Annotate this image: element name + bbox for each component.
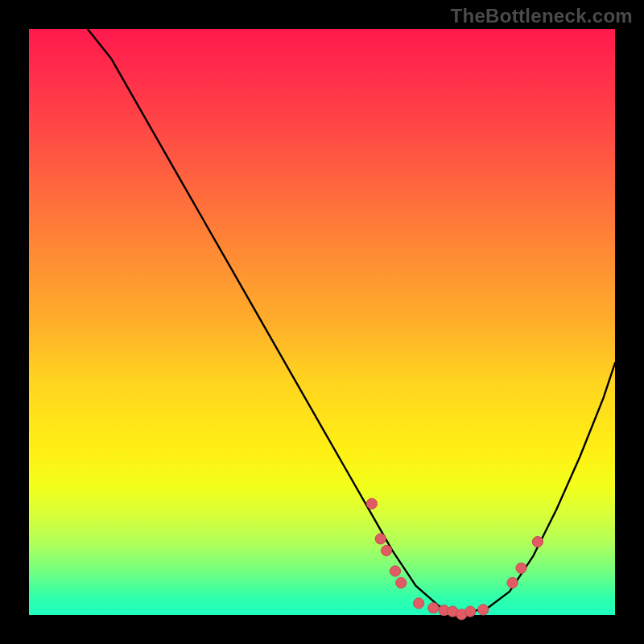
curve-marker <box>465 606 476 617</box>
chart-stage: TheBottleneck.com <box>0 0 644 644</box>
curve-marker <box>478 605 489 615</box>
curve-marker <box>390 566 400 576</box>
curve-marker <box>375 534 386 544</box>
watermark-label: TheBottleneck.com <box>451 5 633 27</box>
curve-marker <box>428 603 439 613</box>
curve-marker <box>532 536 543 547</box>
curve-marker <box>507 577 518 588</box>
curve-marker <box>381 545 391 555</box>
bottleneck-curve-line <box>88 29 615 612</box>
bottleneck-chart <box>29 29 615 615</box>
curve-marker <box>414 598 424 609</box>
plot-area <box>29 29 615 615</box>
curve-marker <box>366 498 377 509</box>
curve-marker <box>516 563 526 573</box>
curve-marker <box>396 577 407 588</box>
curve-markers <box>366 498 543 620</box>
